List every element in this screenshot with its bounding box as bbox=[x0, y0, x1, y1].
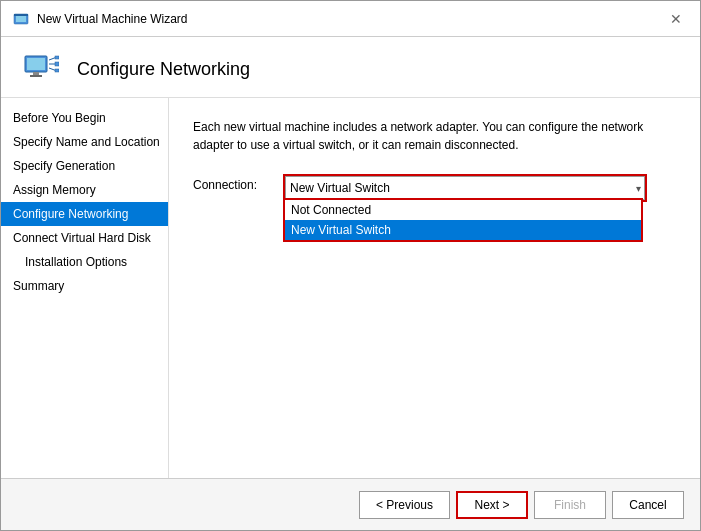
wizard-window: New Virtual Machine Wizard ✕ Configure N… bbox=[0, 0, 701, 531]
header-icon bbox=[21, 53, 61, 85]
title-bar: New Virtual Machine Wizard ✕ bbox=[1, 1, 700, 37]
close-button[interactable]: ✕ bbox=[664, 10, 688, 28]
description-text: Each new virtual machine includes a netw… bbox=[193, 118, 676, 154]
connection-form-row: Connection: Not Connected New Virtual Sw… bbox=[193, 174, 676, 202]
sidebar-item-connect-disk[interactable]: Connect Virtual Hard Disk bbox=[1, 226, 168, 250]
svg-rect-2 bbox=[14, 14, 28, 16]
page-title: Configure Networking bbox=[77, 59, 250, 80]
connection-dropdown[interactable]: Not Connected New Virtual Switch bbox=[285, 176, 645, 200]
dropdown-option-new-virtual-switch[interactable]: New Virtual Switch bbox=[285, 220, 641, 240]
svg-rect-10 bbox=[55, 56, 59, 59]
page-header: Configure Networking bbox=[1, 37, 700, 98]
dropdown-wrapper: Not Connected New Virtual Switch ▾ Not C… bbox=[283, 174, 676, 202]
next-button[interactable]: Next > bbox=[456, 491, 528, 519]
title-bar-left: New Virtual Machine Wizard bbox=[13, 11, 188, 27]
svg-rect-6 bbox=[30, 75, 42, 77]
sidebar-item-assign-memory[interactable]: Assign Memory bbox=[1, 178, 168, 202]
sidebar-item-specify-generation[interactable]: Specify Generation bbox=[1, 154, 168, 178]
previous-button[interactable]: < Previous bbox=[359, 491, 450, 519]
sidebar-item-installation-options[interactable]: Installation Options bbox=[1, 250, 168, 274]
dropdown-option-not-connected[interactable]: Not Connected bbox=[285, 200, 641, 220]
content-area: Before You Begin Specify Name and Locati… bbox=[1, 98, 700, 478]
connection-label: Connection: bbox=[193, 174, 273, 192]
svg-rect-4 bbox=[27, 58, 45, 70]
sidebar-item-configure-networking[interactable]: Configure Networking bbox=[1, 202, 168, 226]
main-content: Each new virtual machine includes a netw… bbox=[169, 98, 700, 478]
svg-rect-11 bbox=[55, 62, 59, 66]
svg-rect-1 bbox=[16, 16, 26, 22]
wizard-icon bbox=[13, 11, 29, 27]
sidebar-item-specify-name[interactable]: Specify Name and Location bbox=[1, 130, 168, 154]
svg-rect-5 bbox=[33, 72, 39, 75]
sidebar-item-before-you-begin[interactable]: Before You Begin bbox=[1, 106, 168, 130]
sidebar-item-summary[interactable]: Summary bbox=[1, 274, 168, 298]
dropdown-list: Not Connected New Virtual Switch bbox=[283, 198, 643, 242]
sidebar: Before You Begin Specify Name and Locati… bbox=[1, 98, 169, 478]
svg-rect-12 bbox=[55, 69, 59, 72]
finish-button[interactable]: Finish bbox=[534, 491, 606, 519]
cancel-button[interactable]: Cancel bbox=[612, 491, 684, 519]
footer: < Previous Next > Finish Cancel bbox=[1, 478, 700, 530]
window-title: New Virtual Machine Wizard bbox=[37, 12, 188, 26]
